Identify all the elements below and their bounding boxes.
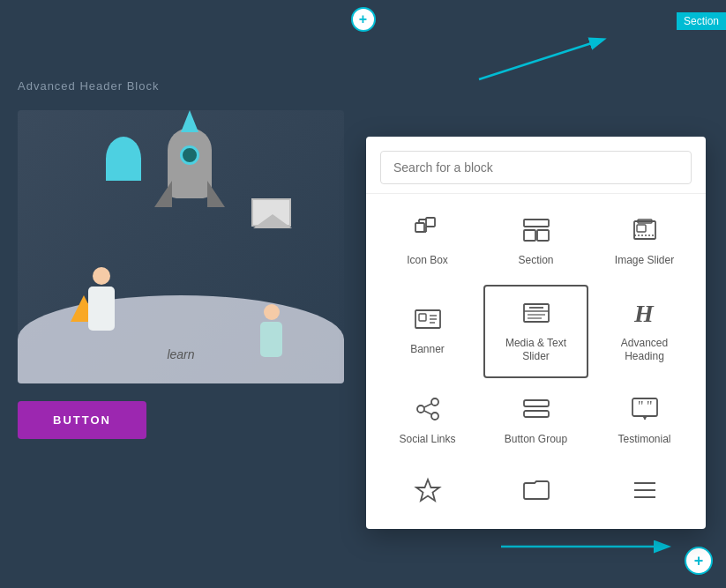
svg-point-28 [431, 413, 438, 420]
svg-rect-10 [537, 230, 549, 241]
block-picker-panel: Icon Box Section [366, 137, 706, 529]
block-item-section[interactable]: Section [483, 203, 588, 281]
teal-shape [106, 137, 141, 181]
svg-marker-36 [416, 480, 439, 501]
section-block-label: Section [518, 254, 553, 268]
svg-line-29 [424, 404, 431, 407]
testimonial-label: Testimonial [617, 433, 670, 447]
plus-icon-bottom: + [694, 552, 704, 570]
block-item-button-group[interactable]: Button Group [483, 382, 588, 460]
envelope-shape [251, 198, 291, 227]
folder-icon [522, 476, 550, 509]
section-label-top[interactable]: Section [677, 12, 726, 30]
social-links-label: Social Links [399, 433, 455, 447]
learn-text: learn [167, 347, 194, 361]
svg-rect-3 [426, 218, 435, 227]
figure-main [88, 267, 115, 331]
icon-box-icon [414, 216, 442, 249]
top-add-button[interactable]: + [351, 7, 376, 32]
rocket-illustration [168, 128, 212, 198]
button-group-label: Button Group [505, 433, 567, 447]
page-title: Advanced Header Block [18, 79, 344, 93]
testimonial-icon: " " [631, 395, 659, 428]
arrow-svg-top [479, 35, 620, 88]
block-item-banner[interactable]: Banner [375, 285, 480, 378]
block-item-advanced-heading[interactable]: H Advanced Heading [592, 285, 697, 378]
svg-rect-16 [419, 314, 426, 321]
block-item-media-text-slider[interactable]: Media & Text Slider [483, 285, 588, 378]
blocks-grid: Icon Box Section [375, 203, 697, 527]
figure-head-1 [93, 267, 110, 285]
blocks-grid-wrapper: Icon Box Section [366, 194, 706, 529]
svg-point-26 [417, 406, 424, 413]
svg-rect-8 [524, 220, 549, 227]
svg-rect-31 [524, 400, 549, 406]
banner-icon [414, 305, 442, 338]
page-content: Advanced Header Block [0, 0, 362, 588]
svg-line-1 [479, 40, 603, 79]
section-label-text: Section [684, 15, 719, 27]
svg-rect-14 [637, 225, 646, 232]
figure-secondary [260, 304, 282, 357]
figure-head-2 [264, 304, 280, 320]
svg-text:": " [638, 398, 644, 413]
rocket-fin-left [154, 181, 172, 207]
image-slider-icon [631, 216, 659, 249]
advanced-heading-icon: H [631, 299, 659, 331]
block-item-icon-box[interactable]: Icon Box [375, 203, 480, 281]
block-item-folder[interactable] [483, 463, 588, 527]
cloud-shape [18, 295, 344, 383]
section-icon [522, 216, 550, 249]
icon-box-label: Icon Box [407, 254, 448, 268]
image-slider-label: Image Slider [615, 254, 674, 268]
svg-rect-9 [524, 230, 535, 241]
block-item-lines[interactable] [592, 463, 697, 527]
svg-line-30 [424, 411, 431, 414]
svg-rect-32 [524, 411, 549, 417]
section-arrow-top [479, 35, 620, 92]
block-item-testimonial[interactable]: " " Testimonial [592, 382, 697, 460]
media-text-slider-icon [522, 299, 550, 331]
star-icon [414, 476, 442, 509]
search-input[interactable] [380, 151, 692, 184]
social-links-icon [414, 395, 442, 428]
svg-text:": " [647, 398, 653, 413]
bottom-arrow [501, 533, 677, 563]
lines-icon [631, 476, 659, 509]
button-group-icon [522, 395, 550, 428]
svg-rect-2 [415, 223, 424, 232]
plus-icon: + [359, 11, 367, 27]
svg-rect-33 [632, 398, 657, 416]
hero-button[interactable]: BUTTON [18, 401, 146, 439]
rocket-tip [181, 110, 198, 132]
block-item-social-links[interactable]: Social Links [375, 382, 480, 460]
advanced-heading-label: Advanced Heading [600, 337, 689, 364]
svg-text:H: H [633, 300, 655, 327]
rocket-fin-right [207, 181, 225, 207]
block-item-image-slider[interactable]: Image Slider [592, 203, 697, 281]
figure-body-1 [88, 287, 115, 331]
arrow-svg-bottom [501, 533, 677, 560]
svg-rect-20 [524, 304, 549, 322]
media-text-slider-label: Media & Text Slider [492, 337, 580, 364]
hero-image: learn [18, 110, 344, 383]
rocket-window [180, 145, 199, 165]
figure-body-2 [260, 322, 282, 357]
banner-label: Banner [410, 343, 445, 357]
svg-point-27 [431, 398, 438, 406]
block-item-star[interactable] [375, 463, 480, 527]
bottom-add-button[interactable]: + [685, 547, 713, 575]
search-area [366, 137, 706, 194]
rocket-body [168, 128, 212, 198]
